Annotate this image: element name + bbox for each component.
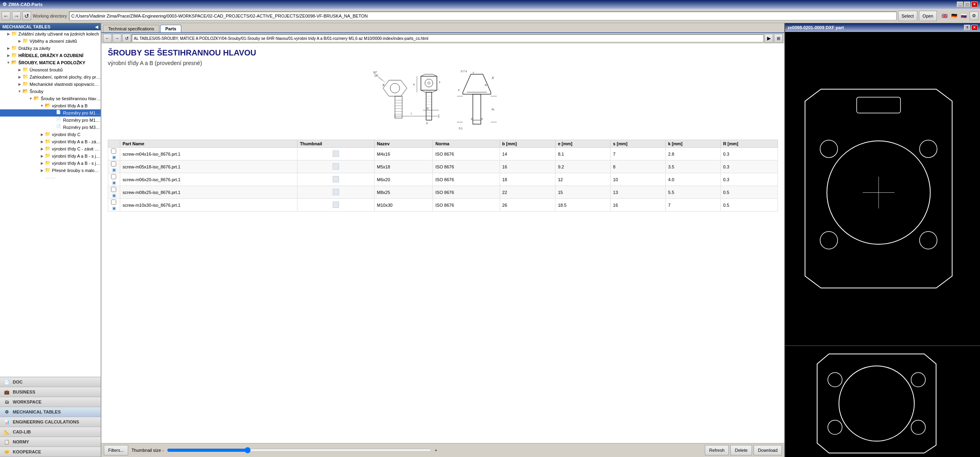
tree-toggle[interactable]: ▶ [39, 147, 45, 151]
cad-close-btn[interactable]: ✕ [971, 25, 978, 30]
row-checkbox[interactable] [111, 200, 116, 205]
tree-item-vyrabsjem1[interactable]: ▶ 📁 výrobní třídy A a B - s jemným m... [0, 152, 101, 160]
col-s[interactable]: s [mm] [611, 140, 666, 148]
tree-label: Rozměry pro M1,6 až M10 [63, 111, 101, 115]
nav-engineering[interactable]: 📊 ENGINEERING CALCULATIONS [0, 417, 101, 427]
tree-toggle-expanded[interactable]: ▼ [17, 89, 22, 93]
table-row[interactable]: ▣ screw-m05x18-iso_8676.prt.1 M5x18 ISO … [108, 160, 778, 173]
col-e[interactable]: e [mm] [555, 140, 611, 148]
tree-item-rozm12[interactable]: ▶ 📄 Rozměry pro M12 až M33 [0, 117, 101, 124]
tree-toggle[interactable]: ▶ [39, 133, 45, 137]
tree-item-rozm1[interactable]: ▶ 📄 Rozměry pro M1,6 až M10 [0, 109, 101, 117]
tree-toggle[interactable]: ▶ [17, 68, 22, 72]
tab-parts[interactable]: Parts [160, 25, 182, 32]
tree-item-zah[interactable]: ▶ 📁 Zahloubení, opěrné plochy, díry pro … [0, 73, 101, 81]
folder-icon: 📁 [22, 67, 29, 73]
tree-toggle[interactable]: ▶ [17, 39, 22, 43]
browser-nav-right1[interactable]: ▶ [764, 34, 773, 43]
nav-cadlib[interactable]: 📐 CAD-LIB [0, 427, 101, 437]
nav-mechanical[interactable]: ⚙ MECHANICAL TABLES [0, 407, 101, 417]
tree-toggle[interactable]: ▶ [39, 168, 45, 172]
col-nazev[interactable]: Nazev [374, 140, 433, 148]
col-b[interactable]: b [mm] [500, 140, 555, 148]
tree-toggle[interactable]: ▶ [17, 75, 22, 79]
table-row[interactable]: ▣ screw-m06x20-iso_8676.prt.1 M6x20 ISO … [108, 173, 778, 186]
download-button[interactable]: Download [754, 445, 782, 455]
browser-forward-btn[interactable]: → [113, 34, 121, 43]
settings-button[interactable]: ⚙ [970, 12, 978, 20]
tree-item-hri[interactable]: ▶ 📁 HŘÍDELE, DRÁŽKY A OZUBENÍ [0, 52, 101, 59]
cell-s: 10 [611, 173, 666, 186]
flag-uk[interactable]: 🇬🇧 [940, 12, 949, 20]
forward-button[interactable]: → [12, 12, 21, 20]
cadlib-icon: 📐 [3, 429, 10, 435]
tree-toggle-expanded[interactable]: ▼ [28, 97, 34, 101]
tree-item-pres[interactable]: ▶ 📁 Přesné šrouby s malou šestihrannou..… [0, 167, 101, 174]
reload-button[interactable]: ↺ [22, 12, 31, 20]
thumbnail-slider[interactable] [167, 447, 431, 453]
tree-item-uno[interactable]: ▶ 📁 Únosnost šroubů [0, 66, 101, 73]
nav-workspace[interactable]: 🗂 WORKSPACE [0, 397, 101, 407]
row-checkbox[interactable] [111, 148, 116, 154]
folder-icon: 📁 [22, 38, 29, 44]
row-checkbox[interactable] [111, 161, 116, 166]
tree-item-mec[interactable]: ▶ 📁 Mechanické vlastnosti spojovacích so… [0, 81, 101, 88]
tree-toggle-expanded[interactable]: ▼ [6, 61, 11, 65]
tree-toggle[interactable]: ▶ [39, 161, 45, 165]
filters-button[interactable]: Filters... [104, 445, 128, 455]
nav-business[interactable]: 💼 BUSINESS [0, 387, 101, 397]
flag-cz[interactable]: 🇷🇺 [959, 12, 968, 20]
tree-item-sro[interactable]: ▼ 📂 ŠROUBY, MATICE A PODLOŽKY [0, 59, 101, 66]
row-checkbox[interactable] [111, 187, 116, 192]
tree-item-vyb[interactable]: ▶ 📁 Výběhy a zkosení závitů [0, 38, 101, 45]
tree-toggle[interactable]: ▶ [39, 140, 45, 144]
browser-url-bar[interactable]: AL TABLES/05-SROUBY, MATICE A PODLOZKY/0… [132, 34, 764, 42]
browser-back-btn[interactable]: ← [103, 34, 112, 43]
nav-normy[interactable]: 📋 NORMY [0, 437, 101, 447]
tree-item-vyrc[interactable]: ▶ 📁 výrobní třídy C [0, 131, 101, 138]
row-icon: ▣ [112, 206, 116, 210]
flag-de[interactable]: 🇩🇪 [950, 12, 958, 20]
tree-label: Rozměry pro M12 až M33 [63, 118, 101, 123]
browser-reload-btn[interactable]: ↺ [122, 34, 131, 43]
minimize-button[interactable]: _ [957, 2, 963, 7]
tree-item-vyrctri[interactable]: ▶ 📁 výrobní třídy C - závit k hlavě [0, 145, 101, 152]
col-r[interactable]: R [mm] [720, 140, 778, 148]
tab-technical[interactable]: Technical specifications [103, 25, 159, 32]
tree-toggle[interactable]: ▶ [6, 53, 11, 57]
tree-toggle[interactable]: ▶ [6, 46, 11, 50]
tree-item-dra[interactable]: ▶ 📁 Drážky za závity [0, 45, 101, 52]
back-button[interactable]: ← [2, 12, 10, 20]
browser-nav-right2[interactable]: ⊞ [774, 34, 783, 43]
close-button[interactable]: ✕ [971, 2, 978, 7]
tree-item-rozm36[interactable]: ▶ 📄 Rozměry pro M36 až M64 [0, 124, 101, 131]
table-row[interactable]: ▣ screw-m08x25-iso_8676.prt.1 M8x25 ISO … [108, 186, 778, 199]
tree-item-vyrabzav[interactable]: ▶ 📁 výrobní třídy A a B - závitem k hl..… [0, 138, 101, 145]
tree-toggle[interactable]: ▶ [17, 82, 22, 86]
tree-item-vyrab[interactable]: ▼ 📂 výrobní třídy A a B [0, 102, 101, 109]
cell-norma: ISO 8676 [433, 199, 500, 212]
nav-workspace-label: WORKSPACE [13, 400, 42, 404]
nav-kooperace[interactable]: 🤝 KOOPERACE [0, 447, 101, 457]
tree-toggle-expanded[interactable]: ▼ [39, 104, 45, 108]
delete-button[interactable]: Delete [730, 445, 752, 455]
table-row[interactable]: ▣ screw-m04x16-iso_8676.prt.1 M4x16 ISO … [108, 148, 778, 160]
tree-toggle[interactable]: ▶ [39, 154, 45, 158]
select-button[interactable]: Select [898, 11, 918, 21]
panel-close-btn[interactable]: ◀ [95, 25, 98, 29]
col-part-name[interactable]: Part Name [120, 140, 298, 148]
tree-item-srsh[interactable]: ▼ 📂 Šrouby se šestihrannou hlavou [0, 95, 101, 102]
col-norma[interactable]: Norma [433, 140, 500, 148]
table-row[interactable]: ▣ screw-m10x30-iso_8676.prt.1 M10x30 ISO… [108, 199, 778, 212]
open-button[interactable]: Open [919, 11, 937, 21]
row-checkbox[interactable] [111, 174, 116, 179]
tree-item-srb[interactable]: ▼ 📂 Šrouby [0, 88, 101, 95]
tree-toggle[interactable]: ▶ [6, 32, 11, 36]
refresh-button[interactable]: Refresh [705, 445, 729, 455]
cad-help-btn[interactable]: ? [964, 25, 970, 30]
tree-item-vyrabsjem2[interactable]: ▶ 📁 výrobní třídy A a B - s jemným m... [0, 160, 101, 167]
col-k[interactable]: k [mm] [665, 140, 720, 148]
nav-doc[interactable]: 📄 DOC [0, 377, 101, 387]
tree-item-zvl[interactable]: ▶ 📁 Zvláštní závity užívané na jizdních … [0, 30, 101, 38]
maximize-button[interactable]: □ [964, 2, 970, 7]
